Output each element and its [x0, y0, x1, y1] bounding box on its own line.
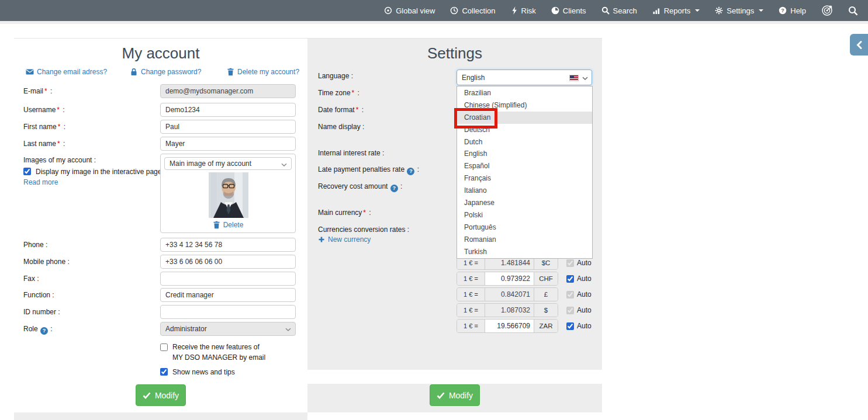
- username-field[interactable]: [160, 103, 296, 117]
- currency-row: 1 € =$ Auto: [457, 303, 592, 317]
- name-display-label: Name display :: [318, 123, 364, 131]
- currency-code: ZAR: [534, 320, 558, 332]
- envelope-icon: [26, 68, 34, 76]
- dropdown-item-polski[interactable]: Polski: [457, 209, 592, 221]
- time-zone-label: Time zone* :: [318, 89, 359, 97]
- top-navigation: Global view Collection Risk Clients Sear…: [0, 0, 868, 21]
- auto-checkbox: [566, 291, 574, 298]
- clients-icon: [551, 6, 559, 15]
- image-select[interactable]: Main image of my account: [164, 157, 292, 170]
- email-field: [160, 84, 296, 98]
- us-flag-icon: [569, 75, 579, 81]
- last-name-field[interactable]: [160, 137, 296, 151]
- sidebar-toggle-button[interactable]: [850, 34, 868, 55]
- dropdown-item-francais[interactable]: Français: [457, 172, 592, 185]
- currency-prefix: 1 € =: [457, 304, 485, 317]
- currency-rate-field: [485, 304, 534, 317]
- account-modify-button[interactable]: Modify: [136, 384, 186, 406]
- auto-checkbox[interactable]: [566, 275, 574, 283]
- dropdown-item-romanian[interactable]: Romanian: [457, 234, 592, 246]
- dropdown-item-turkish[interactable]: Turkish: [457, 246, 592, 258]
- search-icon[interactable]: [841, 0, 866, 21]
- help-icon: ?: [407, 168, 414, 175]
- images-label: Images of my account :: [23, 156, 96, 164]
- fax-field[interactable]: [160, 272, 296, 286]
- main-currency-label: Main currency* :: [318, 209, 371, 217]
- help-icon: ?: [390, 185, 398, 192]
- nav-global-view[interactable]: Global view: [376, 0, 442, 21]
- nav-label: Settings: [727, 6, 754, 15]
- dropdown-item-italiano[interactable]: Italiano: [457, 185, 592, 197]
- plus-icon: [318, 236, 325, 243]
- phone-label: Phone :: [23, 241, 47, 249]
- dropdown-item-japanese[interactable]: Japanese: [457, 197, 592, 209]
- display-image-checkbox[interactable]: [23, 168, 31, 175]
- trash-icon: [213, 221, 220, 229]
- phone-field[interactable]: [160, 238, 296, 252]
- avatar: [209, 172, 248, 218]
- mobile-phone-field[interactable]: [160, 255, 296, 269]
- chevron-down-icon: [582, 77, 588, 81]
- change-password-link[interactable]: Change password?: [130, 68, 201, 76]
- delete-account-link[interactable]: Delete my account?: [227, 68, 299, 76]
- bolt-icon: [511, 6, 518, 15]
- new-currency-link[interactable]: New currency: [318, 235, 371, 244]
- dropdown-item-portugues[interactable]: Português: [457, 221, 592, 234]
- read-more-link[interactable]: Read more: [23, 178, 58, 186]
- settings-modify-button[interactable]: Modify: [430, 384, 480, 406]
- nav-search[interactable]: Search: [594, 0, 645, 21]
- language-label: Language :: [318, 72, 353, 80]
- dropdown-item-croatian[interactable]: Croatian: [457, 112, 592, 124]
- chevron-down-icon: [759, 9, 763, 12]
- language-select[interactable]: English: [457, 70, 592, 85]
- nav-risk[interactable]: Risk: [503, 0, 544, 21]
- svg-text:?: ?: [781, 8, 785, 13]
- dropdown-item-chinese-simplified[interactable]: Chinese (Simplified): [457, 99, 592, 112]
- page-title: Settings: [307, 44, 602, 63]
- newsletter-label: Receive the new features of MY DSO MANAG…: [172, 343, 265, 362]
- recovery-cost-label: Recovery cost amount ? :: [318, 182, 402, 192]
- internal-interest-rate-label: Internal interest rate :: [318, 149, 384, 157]
- page-title: My account: [14, 44, 307, 63]
- currency-rate-field[interactable]: [485, 320, 534, 332]
- nav-collection[interactable]: Collection: [442, 0, 503, 21]
- lock-icon: [130, 68, 138, 76]
- dropdown-item-espanol[interactable]: Español: [457, 160, 592, 172]
- auto-checkbox[interactable]: [566, 322, 574, 330]
- email-label: E-mail* :: [23, 87, 52, 95]
- delete-image-link[interactable]: Delete: [161, 221, 295, 229]
- dropdown-item-deutsch[interactable]: Deutsch: [457, 124, 592, 136]
- news-tips-checkbox-row: Show news and tips: [160, 368, 235, 376]
- dropdown-item-brazilian[interactable]: Brazilian: [457, 87, 592, 99]
- global-view-icon: [384, 6, 392, 15]
- dartboard-icon[interactable]: [814, 0, 841, 21]
- currency-code: CHF: [534, 272, 558, 285]
- conversion-rates-label: Currencies conversion rates :: [318, 225, 409, 234]
- currency-rate-field[interactable]: [485, 272, 534, 285]
- panel-bottom-strip: [14, 412, 307, 420]
- dropdown-item-dutch[interactable]: Dutch: [457, 136, 592, 148]
- news-tips-checkbox[interactable]: [160, 368, 168, 376]
- nav-settings[interactable]: Settings: [707, 0, 771, 21]
- gear-icon: [715, 6, 723, 15]
- settings-panel: Settings Language : Time zone* : Date fo…: [307, 39, 602, 420]
- magnifier-icon: [601, 6, 610, 15]
- display-image-checkbox-row: Display my image in the interactive page…: [23, 168, 165, 176]
- auto-checkbox-row: Auto: [566, 275, 592, 283]
- nav-reports[interactable]: Reports: [645, 0, 708, 21]
- newsletter-checkbox[interactable]: [160, 343, 168, 351]
- help-icon: ?: [40, 327, 48, 335]
- first-name-field[interactable]: [160, 120, 296, 134]
- date-format-label: Date format* :: [318, 106, 364, 114]
- currency-rate-field: [485, 288, 534, 301]
- id-number-field[interactable]: [160, 305, 296, 319]
- change-email-link[interactable]: Change email adress?: [26, 68, 107, 76]
- id-number-label: ID number :: [23, 308, 60, 316]
- nav-clients[interactable]: Clients: [544, 0, 594, 21]
- dropdown-item-english[interactable]: English: [457, 148, 592, 160]
- auto-checkbox-row: Auto: [566, 306, 592, 314]
- function-field[interactable]: [160, 288, 296, 302]
- nav-help[interactable]: ? Help: [771, 0, 814, 21]
- my-account-panel: My account Change email adress? Change p…: [14, 39, 307, 420]
- first-name-label: First name* :: [23, 123, 65, 131]
